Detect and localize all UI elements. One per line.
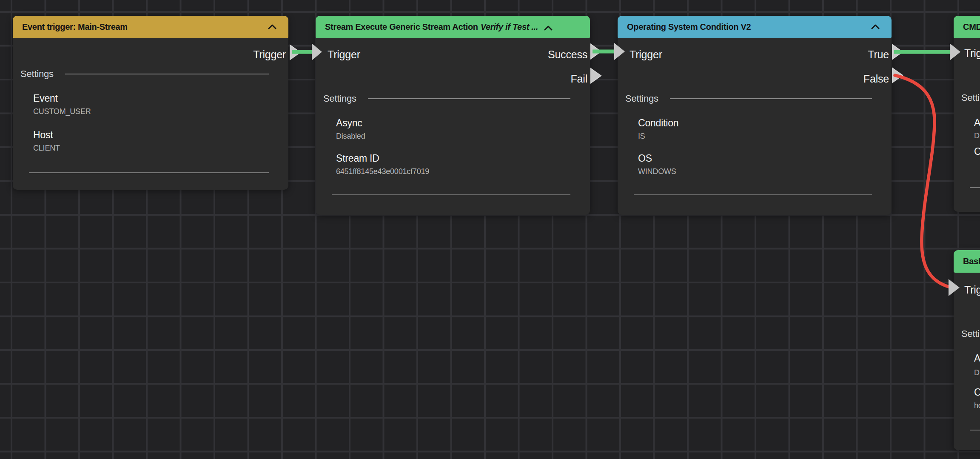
section-divider — [29, 172, 269, 173]
field-label-stream-id: Stream ID — [336, 153, 379, 164]
output-port-label-fail[interactable]: Fail — [571, 73, 587, 85]
field-value-event: CUSTOM_USER — [33, 107, 91, 116]
settings-rule — [65, 74, 269, 74]
input-port-label-trigger[interactable]: Trig — [964, 47, 980, 60]
output-port-triangle-success[interactable] — [591, 44, 601, 59]
field-label-async: A — [974, 117, 980, 128]
output-port-triangle-trigger[interactable] — [290, 45, 300, 60]
field-value-async: D — [974, 131, 980, 140]
field-value-os: WINDOWS — [638, 167, 676, 176]
settings-heading: Setti — [961, 92, 980, 103]
settings-heading: Settings — [323, 93, 356, 104]
node-title: Event trigger: Main-Stream — [22, 22, 128, 32]
field-value-stream-id: 6451ff8145e43e0001cf7019 — [336, 167, 429, 176]
section-divider — [332, 194, 570, 195]
output-port-label-success[interactable]: Success — [548, 48, 587, 61]
node-header[interactable]: CMD — [954, 16, 980, 38]
node-title: CMD — [963, 22, 980, 32]
node-bash[interactable]: Bash Trig Setti A D C ho — [954, 250, 980, 450]
field-label-command: C — [974, 387, 980, 398]
settings-rule — [670, 98, 872, 99]
output-port-triangle-true[interactable] — [892, 45, 903, 59]
field-label-async: A — [974, 353, 980, 364]
collapse-chevron-icon[interactable] — [268, 24, 276, 29]
node-header[interactable]: Bash — [954, 250, 980, 273]
settings-heading: Settings — [625, 93, 658, 104]
collapse-chevron-icon[interactable] — [544, 26, 553, 31]
section-divider — [970, 187, 980, 188]
output-port-triangle-false[interactable] — [892, 68, 903, 83]
node-title: Stream Execute Generic Stream ActionVeri… — [325, 22, 538, 32]
field-value-command: ho — [974, 401, 980, 410]
node-os-condition[interactable]: Operating System Condition V2 Trigger Tr… — [618, 16, 892, 215]
settings-heading: Setti — [961, 328, 980, 339]
node-event-trigger[interactable]: Event trigger: Main-Stream Trigger Setti… — [13, 16, 288, 190]
field-label-event: Event — [33, 93, 58, 104]
node-stream-execute[interactable]: Stream Execute Generic Stream ActionVeri… — [316, 16, 590, 215]
collapse-chevron-icon[interactable] — [871, 24, 880, 29]
flow-editor-canvas[interactable]: Event trigger: Main-Stream Trigger Setti… — [0, 0, 980, 459]
node-title-action-name: Verify if Test ... — [481, 22, 538, 31]
field-label-os: OS — [638, 153, 652, 164]
node-title: Bash — [963, 257, 980, 266]
output-port-label-true[interactable]: True — [868, 48, 889, 61]
input-port-label-trigger[interactable]: Trig — [964, 284, 980, 296]
field-value-host: CLIENT — [33, 144, 60, 153]
section-divider — [970, 430, 980, 430]
field-label-async: Async — [336, 117, 362, 129]
settings-rule — [368, 98, 570, 99]
node-cmd[interactable]: CMD Trig Setti A D C — [954, 16, 980, 212]
input-port-label-trigger[interactable]: Trigger — [630, 48, 662, 61]
output-port-triangle-fail[interactable] — [591, 68, 601, 83]
node-header[interactable]: Operating System Condition V2 — [618, 16, 892, 38]
output-port-label-trigger[interactable]: Trigger — [253, 48, 286, 61]
field-value-async: Disabled — [336, 132, 365, 141]
field-value-async: D — [974, 368, 980, 377]
field-label-command: C — [974, 146, 980, 157]
link-false-to-bash[interactable] — [895, 75, 949, 287]
field-value-condition: IS — [638, 132, 645, 141]
settings-heading: Settings — [20, 68, 54, 80]
field-label-condition: Condition — [638, 117, 678, 129]
section-divider — [634, 194, 872, 195]
node-header[interactable]: Stream Execute Generic Stream ActionVeri… — [316, 16, 590, 38]
output-port-label-false[interactable]: False — [863, 73, 889, 85]
node-header[interactable]: Event trigger: Main-Stream — [13, 16, 288, 38]
field-label-host: Host — [33, 129, 53, 141]
node-title: Operating System Condition V2 — [627, 22, 751, 32]
input-port-label-trigger[interactable]: Trigger — [328, 48, 360, 61]
